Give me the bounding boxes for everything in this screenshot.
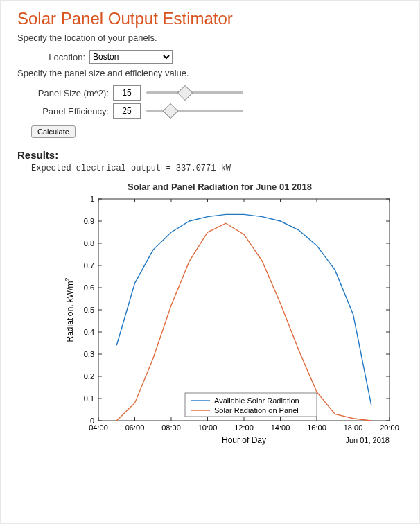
svg-text:08:00: 08:00 [161, 423, 181, 432]
svg-text:0.7: 0.7 [84, 261, 94, 270]
svg-text:16:00: 16:00 [307, 423, 326, 432]
svg-text:0.4: 0.4 [84, 328, 94, 336]
location-label: Location: [31, 52, 85, 62]
svg-text:Solar Radiation on Panel: Solar Radiation on Panel [214, 406, 299, 414]
panel-size-slider[interactable] [146, 87, 243, 98]
output-text: Expected electrical output = 337.0771 kW [31, 164, 405, 173]
svg-text:0.2: 0.2 [84, 372, 94, 381]
svg-text:0.8: 0.8 [84, 239, 94, 247]
svg-text:18:00: 18:00 [344, 423, 363, 432]
svg-text:04:00: 04:00 [89, 423, 108, 432]
svg-text:Jun 01, 2018: Jun 01, 2018 [345, 436, 390, 444]
location-prompt: Specify the location of your panels. [17, 33, 405, 43]
calculate-button[interactable]: Calculate [31, 125, 76, 138]
svg-text:0.9: 0.9 [84, 217, 94, 225]
svg-rect-0 [98, 199, 390, 421]
panel-eff-label: Panel Efficiency: [31, 106, 109, 116]
chart: 00.10.20.30.40.50.60.70.80.9104:0006:000… [60, 192, 407, 455]
svg-text:20:00: 20:00 [380, 423, 399, 432]
svg-text:Hour of Day: Hour of Day [222, 435, 266, 445]
panel-eff-input[interactable] [113, 103, 141, 119]
panel-size-input[interactable] [113, 85, 141, 101]
svg-text:1: 1 [90, 195, 94, 203]
svg-text:0.5: 0.5 [84, 306, 94, 314]
svg-text:14:00: 14:00 [271, 423, 290, 432]
svg-text:0.6: 0.6 [84, 283, 94, 292]
svg-text:12:00: 12:00 [234, 423, 254, 432]
svg-text:06:00: 06:00 [125, 423, 145, 432]
svg-text:Available Solar Radiation: Available Solar Radiation [214, 396, 299, 405]
panel-prompt: Specify the panel size and efficiency va… [17, 68, 405, 78]
page-title: Solar Panel Output Estimator [17, 9, 405, 28]
svg-text:10:00: 10:00 [198, 423, 218, 432]
panel-eff-slider[interactable] [146, 105, 243, 116]
svg-text:Radiation, kW/m2: Radiation, kW/m2 [64, 277, 75, 342]
location-select[interactable]: Boston [89, 50, 173, 64]
svg-text:0.1: 0.1 [84, 394, 94, 403]
svg-text:0.3: 0.3 [84, 350, 94, 358]
results-heading: Results: [17, 149, 405, 161]
panel-size-label: Panel Size (m^2): [31, 88, 109, 98]
chart-title: Solar and Panel Radiation for June 01 20… [60, 182, 379, 192]
